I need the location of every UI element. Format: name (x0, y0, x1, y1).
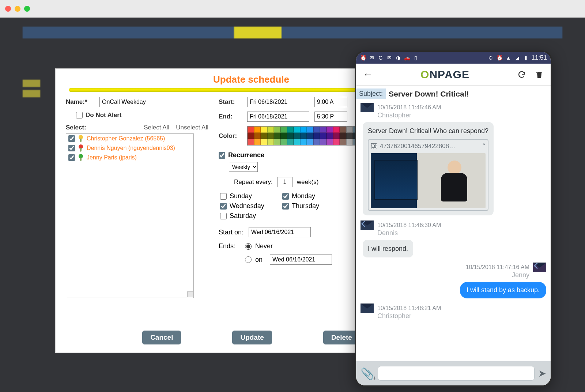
message-thread[interactable]: 10/15/2018 11:45:46 AM Christopher Serve… (356, 102, 551, 365)
color-swatch[interactable] (254, 133, 261, 139)
color-swatch[interactable] (346, 133, 353, 139)
color-swatch[interactable] (300, 127, 307, 133)
color-swatch[interactable] (267, 139, 274, 145)
alarm-icon: ⏰ (496, 54, 503, 61)
color-swatch[interactable] (320, 127, 327, 133)
traffic-light-minimize[interactable] (15, 6, 20, 12)
repeat-count-input[interactable] (277, 177, 292, 187)
update-button[interactable]: Update (232, 331, 272, 344)
color-swatch[interactable] (307, 139, 313, 145)
color-swatch[interactable] (274, 139, 280, 145)
color-swatch[interactable] (287, 133, 294, 139)
trash-icon[interactable] (535, 70, 544, 79)
color-swatch[interactable] (307, 127, 313, 133)
cancel-button[interactable]: Cancel (142, 331, 181, 344)
person-checkbox[interactable] (68, 145, 75, 151)
color-swatch[interactable] (300, 133, 307, 139)
color-swatch[interactable] (333, 139, 340, 145)
ends-never-radio[interactable] (245, 243, 252, 250)
color-swatch[interactable] (307, 133, 313, 139)
frequency-select[interactable]: Weekly (229, 162, 258, 172)
color-swatch[interactable] (300, 139, 307, 145)
color-swatch[interactable] (254, 127, 261, 133)
message-text: Server Down! Critical! Who can respond? (368, 127, 488, 135)
ends-on-radio[interactable] (245, 256, 252, 263)
chevron-up-icon[interactable]: ˄ (482, 142, 486, 151)
end-time-input[interactable] (314, 112, 347, 122)
color-swatch[interactable] (261, 133, 267, 139)
day-checkbox[interactable] (220, 203, 227, 210)
message-sender: Jenny (512, 271, 529, 279)
onpage-logo: ONPAGE (420, 68, 469, 81)
color-swatch[interactable] (267, 133, 274, 139)
traffic-light-zoom[interactable] (24, 6, 30, 12)
color-swatch[interactable] (254, 139, 261, 145)
compose-input[interactable] (378, 366, 535, 381)
do-not-alert-checkbox[interactable] (76, 112, 83, 118)
color-swatch[interactable] (248, 139, 254, 145)
color-swatch[interactable] (346, 139, 353, 145)
color-swatch[interactable] (320, 133, 327, 139)
color-swatch[interactable] (287, 127, 294, 133)
color-swatch[interactable] (287, 139, 294, 145)
color-swatch[interactable] (333, 127, 340, 133)
day-sunday: Sunday (220, 192, 282, 200)
color-swatch[interactable] (274, 127, 280, 133)
end-date-input[interactable] (247, 112, 309, 122)
composer-bar: 📎+ ➤ (356, 361, 551, 385)
color-swatch[interactable] (280, 127, 287, 133)
color-swatch[interactable] (294, 133, 300, 139)
recurrence-checkbox[interactable] (219, 152, 225, 159)
color-swatch[interactable] (346, 127, 353, 133)
person-name: Christopher Gonzalez (56565) (87, 135, 165, 142)
person-checkbox[interactable] (68, 135, 75, 142)
pin-icon (78, 144, 84, 152)
color-swatch[interactable] (320, 139, 327, 145)
color-swatch[interactable] (274, 133, 280, 139)
attach-button[interactable]: 📎+ (361, 367, 374, 380)
envelope-reply-icon (533, 263, 546, 272)
back-button[interactable]: ← (363, 69, 373, 80)
color-swatch[interactable] (280, 133, 287, 139)
traffic-light-close[interactable] (5, 6, 11, 12)
refresh-icon[interactable] (517, 70, 526, 79)
color-swatch[interactable] (327, 139, 333, 145)
color-swatch[interactable] (280, 139, 287, 145)
color-swatch[interactable] (333, 133, 340, 139)
color-swatch[interactable] (340, 127, 346, 133)
day-checkbox[interactable] (220, 193, 227, 200)
day-checkbox[interactable] (282, 203, 289, 210)
color-swatch[interactable] (248, 133, 254, 139)
color-swatch[interactable] (313, 139, 320, 145)
start-on-input[interactable] (249, 227, 311, 237)
scrollbar-thumb[interactable] (187, 291, 193, 297)
ends-on-input[interactable] (270, 255, 332, 265)
color-swatch[interactable] (313, 133, 320, 139)
day-checkbox[interactable] (282, 193, 289, 200)
start-date-input[interactable] (247, 97, 309, 107)
device-icon: ▯ (412, 54, 419, 61)
people-listbox[interactable]: Christopher Gonzalez (56565) Dennis Nguy… (66, 133, 194, 298)
mail-icon: ✉ (386, 54, 393, 61)
color-swatch[interactable] (327, 133, 333, 139)
color-swatch[interactable] (261, 127, 267, 133)
color-swatch[interactable] (340, 133, 346, 139)
unselect-all-link[interactable]: Unselect All (176, 124, 208, 131)
list-item: Christopher Gonzalez (56565) (66, 134, 193, 143)
color-swatch[interactable] (267, 127, 274, 133)
color-swatch[interactable] (294, 139, 300, 145)
color-swatch[interactable] (294, 127, 300, 133)
color-swatch[interactable] (327, 127, 333, 133)
send-button[interactable]: ➤ (538, 368, 546, 379)
color-swatch[interactable] (340, 139, 346, 145)
color-swatch[interactable] (313, 127, 320, 133)
signal-icon: ◢ (514, 54, 520, 61)
start-time-input[interactable] (314, 97, 347, 107)
name-input[interactable] (99, 97, 187, 107)
day-checkbox[interactable] (220, 213, 227, 219)
color-swatch[interactable] (248, 127, 254, 133)
color-swatch[interactable] (261, 139, 267, 145)
person-checkbox[interactable] (68, 154, 75, 161)
attachment-card[interactable]: 🖼 47376200146579422808… ˄ (368, 139, 488, 211)
select-all-link[interactable]: Select All (144, 124, 169, 131)
